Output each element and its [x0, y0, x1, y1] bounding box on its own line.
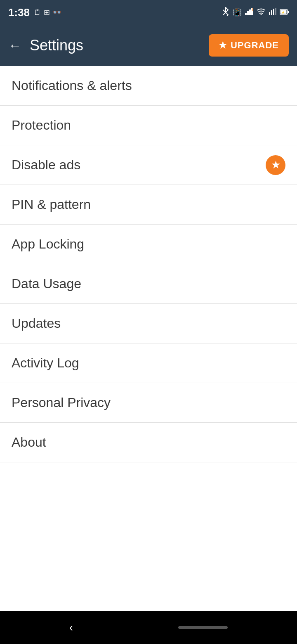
svg-rect-0	[245, 13, 247, 15]
settings-item-label-protection: Protection	[12, 118, 71, 133]
signal-bars-icon	[269, 8, 276, 17]
svg-point-5	[261, 14, 262, 15]
settings-item-label-about: About	[12, 435, 46, 450]
status-bar-left: 1:38 🗒 ⊞ 👓	[8, 6, 61, 19]
battery-icon: ⚡	[280, 8, 289, 17]
upgrade-label: UPGRADE	[231, 40, 279, 51]
upgrade-button[interactable]: ★ UPGRADE	[209, 34, 289, 57]
svg-rect-2	[249, 9, 251, 15]
vibrate-icon: 📳	[233, 8, 242, 17]
premium-badge: ★	[266, 155, 285, 175]
page-title: Settings	[30, 37, 83, 54]
settings-item-protection[interactable]: Protection	[0, 106, 297, 145]
settings-item-label-app-locking: App Locking	[12, 237, 84, 252]
settings-item-label-data-usage: Data Usage	[12, 276, 81, 291]
notebook-icon: 🗒	[34, 8, 41, 17]
settings-item-label-updates: Updates	[12, 316, 61, 331]
settings-item-personal-privacy[interactable]: Personal Privacy	[0, 383, 297, 423]
status-bar-right: 📳	[222, 7, 289, 18]
settings-item-pin-pattern[interactable]: PIN & pattern	[0, 185, 297, 225]
signal-icon	[245, 8, 253, 17]
bluetooth-icon	[222, 7, 229, 18]
settings-item-about[interactable]: About	[0, 423, 297, 462]
app-bar-left: ← Settings	[8, 37, 83, 54]
svg-rect-8	[273, 9, 274, 15]
app-bar: ← Settings ★ UPGRADE	[0, 25, 297, 66]
glasses-icon: 👓	[52, 8, 61, 17]
settings-item-label-pin-pattern: PIN & pattern	[12, 197, 91, 212]
home-indicator	[178, 626, 228, 629]
svg-rect-7	[271, 10, 272, 15]
settings-list: Notifications & alertsProtectionDisable …	[0, 66, 297, 611]
settings-item-disable-ads[interactable]: Disable ads★	[0, 145, 297, 185]
star-icon: ★	[219, 40, 227, 51]
status-icons: 🗒 ⊞ 👓	[34, 8, 61, 17]
settings-item-activity-log[interactable]: Activity Log	[0, 343, 297, 383]
svg-text:⚡: ⚡	[281, 11, 285, 14]
status-time: 1:38	[8, 6, 30, 19]
svg-rect-6	[269, 12, 270, 15]
bottom-nav: ‹	[0, 611, 297, 644]
settings-item-label-disable-ads: Disable ads	[12, 157, 80, 173]
settings-item-data-usage[interactable]: Data Usage	[0, 264, 297, 304]
svg-marker-4	[252, 8, 253, 11]
settings-item-notifications[interactable]: Notifications & alerts	[0, 66, 297, 106]
nav-back-button[interactable]: ‹	[69, 621, 73, 634]
settings-item-label-personal-privacy: Personal Privacy	[12, 395, 111, 410]
settings-item-updates[interactable]: Updates	[0, 304, 297, 343]
svg-rect-11	[288, 11, 289, 13]
screen-icon: ⊞	[44, 8, 50, 17]
status-bar: 1:38 🗒 ⊞ 👓 📳	[0, 0, 297, 25]
back-button[interactable]: ←	[8, 38, 21, 53]
settings-item-app-locking[interactable]: App Locking	[0, 225, 297, 264]
wifi-icon	[257, 8, 266, 17]
svg-rect-9	[275, 8, 276, 15]
settings-item-label-activity-log: Activity Log	[12, 355, 79, 371]
settings-item-label-notifications: Notifications & alerts	[12, 78, 132, 93]
svg-rect-1	[247, 11, 249, 15]
